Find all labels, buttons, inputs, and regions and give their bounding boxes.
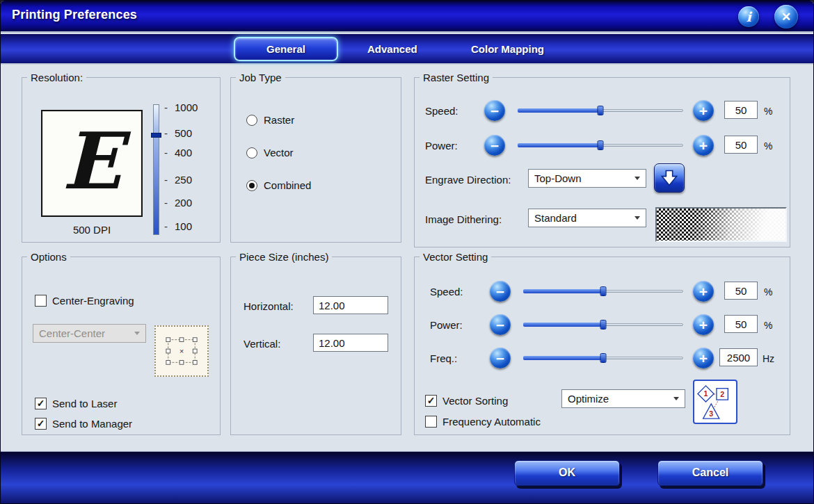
close-button[interactable]: ✕ [774, 5, 798, 29]
vector-sorting-label[interactable]: Vector Sorting [442, 395, 508, 407]
raster-power-minus-button[interactable]: − [484, 135, 505, 156]
engrave-direction-select[interactable]: Top-Down [528, 169, 646, 188]
radio-vector[interactable]: Vector [246, 147, 294, 158]
vector-power-plus-button[interactable]: + [693, 314, 714, 335]
tab-general[interactable]: General [234, 37, 338, 61]
plus-icon: + [699, 104, 708, 118]
vector-power-minus-button[interactable]: − [490, 314, 511, 335]
tab-advanced[interactable]: Advanced [367, 43, 417, 55]
vector-speed-input[interactable] [724, 282, 758, 300]
raster-speed-label: Speed: [425, 105, 458, 117]
center-engraving-checkbox[interactable]: ✓ [35, 295, 47, 307]
vector-power-unit: % [764, 320, 772, 331]
resolution-group: Resolution: E 500 DPI 1000 500 400 250 2… [22, 77, 221, 243]
vector-speed-minus-button[interactable]: − [490, 281, 511, 302]
send-to-manager-label[interactable]: Send to Manager [52, 418, 132, 430]
minus-icon: − [496, 284, 504, 299]
vertical-label: Vertical: [244, 338, 280, 350]
vector-setting-group: Vector Setting Speed: − + % Power: − + %… [414, 257, 790, 435]
vector-freq-plus-button[interactable]: + [693, 348, 714, 368]
svg-text:×: × [179, 347, 184, 355]
vector-speed-slider[interactable] [523, 286, 683, 296]
raster-speed-input[interactable] [724, 101, 758, 119]
resolution-tick: 1000 [164, 101, 198, 113]
vector-speed-plus-button[interactable]: + [693, 281, 714, 302]
cancel-button[interactable]: Cancel [657, 460, 763, 486]
radio-combined[interactable]: Combined [246, 179, 311, 191]
vector-sorting-preview-button[interactable]: 1 2 3 [693, 380, 737, 424]
resolution-tick: 400 [164, 147, 192, 158]
resolution-slider-thumb[interactable] [151, 133, 161, 138]
vector-power-slider[interactable] [523, 320, 683, 330]
raster-speed-slider-thumb[interactable] [598, 106, 604, 115]
raster-setting-group: Raster Setting Speed: − + % Power: − + %… [414, 77, 790, 247]
vector-freq-minus-button[interactable]: − [490, 348, 511, 368]
resolution-tick: 100 [164, 220, 192, 232]
center-position-button[interactable]: × [154, 325, 209, 377]
vector-freq-unit: Hz [763, 353, 774, 364]
raster-speed-minus-button[interactable]: − [484, 100, 505, 121]
radio-combined-circle[interactable] [246, 180, 257, 191]
center-engraving-checkbox-row[interactable]: ✓ Center-Engraving [35, 295, 134, 307]
options-group-label: Options [27, 251, 70, 263]
tab-bar: General Advanced Color Mapping [1, 34, 813, 65]
radio-raster[interactable]: Raster [246, 114, 294, 126]
close-icon: ✕ [781, 10, 791, 24]
vertical-input[interactable] [313, 334, 388, 352]
raster-setting-group-label: Raster Setting [420, 72, 493, 83]
slider-fill [518, 108, 600, 113]
vector-sorting-checkbox-row[interactable]: ✓ Vector Sorting [425, 395, 508, 407]
vector-freq-slider-thumb[interactable] [600, 353, 607, 363]
info-button[interactable]: i [738, 6, 759, 27]
vector-freq-input[interactable] [719, 348, 758, 366]
svg-text:2: 2 [720, 390, 724, 398]
send-to-laser-label[interactable]: Send to Laser [52, 398, 117, 409]
send-to-manager-checkbox-row[interactable]: ✓ Send to Manager [35, 418, 132, 430]
raster-power-input[interactable] [724, 136, 758, 154]
raster-power-slider-thumb[interactable] [598, 140, 604, 150]
ok-button[interactable]: OK [514, 460, 620, 486]
vector-power-slider-thumb[interactable] [600, 320, 607, 330]
vector-power-input[interactable] [724, 315, 758, 333]
frequency-automatic-checkbox-row[interactable]: ✓ Frequency Automatic [425, 416, 541, 428]
dithering-pattern-preview [655, 207, 787, 242]
radio-raster-label[interactable]: Raster [264, 114, 294, 126]
engrave-direction-arrow-button[interactable] [654, 163, 685, 193]
info-icon: i [746, 9, 751, 24]
image-dithering-select[interactable]: Standard [528, 209, 646, 227]
raster-power-unit: % [764, 140, 772, 152]
raster-speed-slider[interactable] [518, 106, 683, 115]
tab-color-mapping[interactable]: Color Mapping [471, 43, 544, 55]
sorting-mode-select[interactable]: Optimize [561, 389, 685, 408]
radio-raster-circle[interactable] [246, 115, 257, 126]
raster-power-label: Power: [425, 140, 458, 152]
center-engraving-label[interactable]: Center-Engraving [52, 295, 134, 307]
piece-size-group-label: Piece Size (inches) [236, 251, 332, 263]
vector-speed-unit: % [764, 286, 772, 298]
raster-speed-plus-button[interactable]: + [693, 100, 714, 121]
options-group: Options ✓ Center-Engraving Center-Center… [22, 257, 221, 435]
plus-icon: + [699, 138, 708, 153]
piece-size-group: Piece Size (inches) Horizontal: Vertical… [230, 257, 401, 435]
frequency-automatic-label[interactable]: Frequency Automatic [442, 416, 541, 428]
down-arrow-icon [660, 168, 679, 188]
minus-icon: − [490, 104, 499, 118]
job-type-group: Job Type Raster Vector Combined [230, 77, 401, 243]
raster-power-plus-button[interactable]: + [693, 135, 714, 156]
send-to-laser-checkbox-row[interactable]: ✓ Send to Laser [35, 398, 117, 409]
resolution-slider[interactable] [153, 104, 159, 235]
send-to-manager-checkbox[interactable]: ✓ [35, 418, 47, 430]
radio-vector-circle[interactable] [246, 147, 257, 158]
radio-combined-label[interactable]: Combined [264, 179, 311, 191]
vector-speed-slider-thumb[interactable] [600, 286, 607, 296]
resolution-value-label: 500 DPI [41, 224, 143, 236]
send-to-laser-checkbox[interactable]: ✓ [35, 398, 47, 409]
raster-power-slider[interactable] [518, 140, 683, 150]
frequency-automatic-checkbox[interactable]: ✓ [425, 416, 437, 428]
printing-preferences-dialog: Printing Preferences i ✕ General Advance… [0, 0, 814, 504]
vector-sorting-checkbox[interactable]: ✓ [425, 395, 437, 407]
horizontal-input[interactable] [313, 296, 388, 314]
raster-speed-unit: % [764, 106, 772, 117]
vector-freq-slider[interactable] [523, 353, 683, 363]
radio-vector-label[interactable]: Vector [264, 147, 294, 158]
